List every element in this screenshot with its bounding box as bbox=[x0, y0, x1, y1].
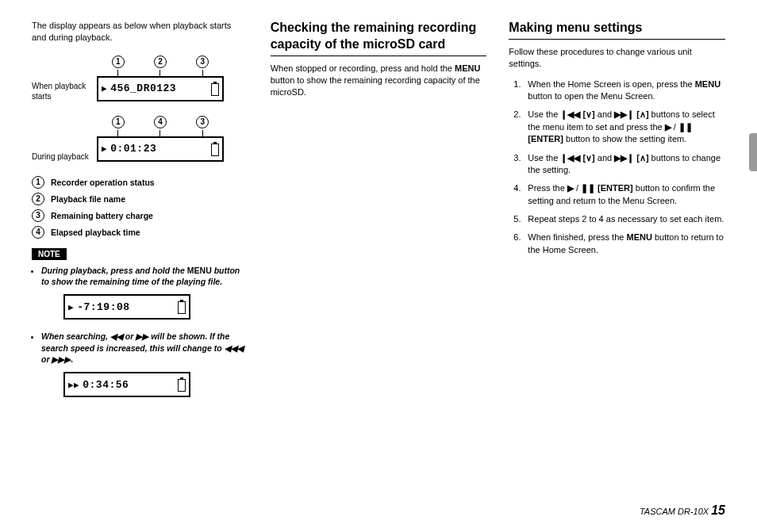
legend-num-1: 1 bbox=[32, 176, 44, 189]
step-6: When finished, press the MENU button to … bbox=[513, 232, 725, 256]
column-middle: Checking the remaining recording capacit… bbox=[271, 20, 487, 496]
fast-forward-icon: ▶▶ bbox=[136, 331, 148, 341]
step-1: When the Home Screen is open, press the … bbox=[513, 78, 725, 103]
step-5: Repeat steps 2 to 4 as necessary to set … bbox=[513, 213, 725, 225]
callout-circle-4: 4 bbox=[154, 116, 167, 128]
menu-intro: Follow these procedures to change variou… bbox=[509, 46, 725, 71]
prev-icon: ❙◀◀ bbox=[560, 153, 580, 163]
column-left: The display appears as below when playba… bbox=[32, 20, 248, 496]
battery-icon bbox=[178, 377, 186, 392]
lcd1-caption: When playback starts bbox=[32, 81, 89, 101]
lcd-display-2: ▶ 0:01:23 bbox=[97, 136, 224, 162]
section-heading-capacity: Checking the remaining recording capacit… bbox=[271, 20, 487, 56]
lcd-display-3: ▶ -7:19:08 bbox=[63, 294, 190, 320]
callout-legend: 1Recorder operation status 2Playback fil… bbox=[32, 176, 248, 239]
lcd2-caption: During playback bbox=[32, 151, 89, 162]
pause-icon: ❚❚ bbox=[581, 183, 595, 193]
battery-icon bbox=[211, 142, 219, 156]
legend-num-4: 4 bbox=[32, 226, 44, 239]
lcd3-value: -7:19:08 bbox=[77, 301, 129, 313]
play-icon: ▶ bbox=[665, 122, 671, 132]
callout-circle-2: 2 bbox=[154, 55, 167, 68]
play-icon: ▶ bbox=[102, 83, 107, 94]
step-2: Use the ❙◀◀ [∨] and ▶▶❙ [∧] buttons to s… bbox=[513, 109, 725, 145]
triple-rewind-icon: ◀◀◀ bbox=[225, 343, 244, 353]
rewind-icon: ◀◀ bbox=[110, 331, 123, 341]
prev-icon: ❙◀◀ bbox=[560, 109, 580, 119]
legend-text-3: Remaining battery charge bbox=[51, 211, 153, 220]
lcd1-value: 456_DR0123 bbox=[110, 82, 176, 94]
play-icon: ▶ bbox=[102, 144, 107, 154]
section-heading-menu: Making menu settings bbox=[509, 20, 725, 40]
menu-steps-list: When the Home Screen is open, press the … bbox=[509, 78, 725, 257]
page-tab bbox=[749, 133, 757, 171]
note-item-1: During playback, press and hold the MENU… bbox=[41, 265, 248, 288]
legend-text-2: Playback file name bbox=[51, 194, 125, 204]
lcd-display-4: ▶▶ 0:34:56 bbox=[63, 372, 190, 397]
battery-icon bbox=[178, 300, 186, 314]
callout-circle-1b: 1 bbox=[112, 116, 125, 128]
capacity-body: When stopped or recording, press and hol… bbox=[271, 63, 487, 99]
legend-text-4: Elapsed playback time bbox=[51, 228, 140, 237]
pause-icon: ❚❚ bbox=[678, 122, 693, 132]
step-4: Press the ▶ / ❚❚ [ENTER] button to confi… bbox=[513, 182, 725, 207]
note-label: NOTE bbox=[32, 248, 67, 260]
legend-text-1: Recorder operation status bbox=[51, 178, 155, 187]
triple-forward-icon: ▶▶▶ bbox=[52, 354, 71, 364]
callout-circle-1: 1 bbox=[112, 55, 125, 68]
lcd-display-1: ▶ 456_DR0123 bbox=[97, 76, 224, 101]
legend-num-3: 3 bbox=[32, 209, 44, 222]
column-right: Making menu settings Follow these proced… bbox=[509, 20, 725, 496]
note-item-2: When searching, ◀◀ or ▶▶ will be shown. … bbox=[41, 331, 248, 366]
intro-text: The display appears as below when playba… bbox=[32, 20, 248, 44]
page-footer: TASCAM DR-10X 15 bbox=[640, 503, 725, 518]
next-icon: ▶▶❙ bbox=[614, 109, 634, 119]
step-3: Use the ❙◀◀ [∨] and ▶▶❙ [∧] buttons to c… bbox=[513, 152, 725, 177]
callout-circle-3b: 3 bbox=[196, 116, 209, 128]
lcd4-value: 0:34:56 bbox=[83, 379, 129, 391]
lcd2-value: 0:01:23 bbox=[110, 143, 156, 155]
next-icon: ▶▶❙ bbox=[614, 153, 634, 163]
play-icon: ▶ bbox=[567, 183, 574, 193]
page-number: 15 bbox=[711, 503, 725, 517]
fast-forward-icon: ▶▶ bbox=[68, 380, 79, 390]
play-icon: ▶ bbox=[68, 302, 74, 312]
product-name: TASCAM DR-10X bbox=[640, 507, 711, 516]
battery-icon bbox=[211, 82, 219, 96]
legend-num-2: 2 bbox=[32, 193, 44, 205]
callout-circle-3: 3 bbox=[196, 55, 209, 68]
